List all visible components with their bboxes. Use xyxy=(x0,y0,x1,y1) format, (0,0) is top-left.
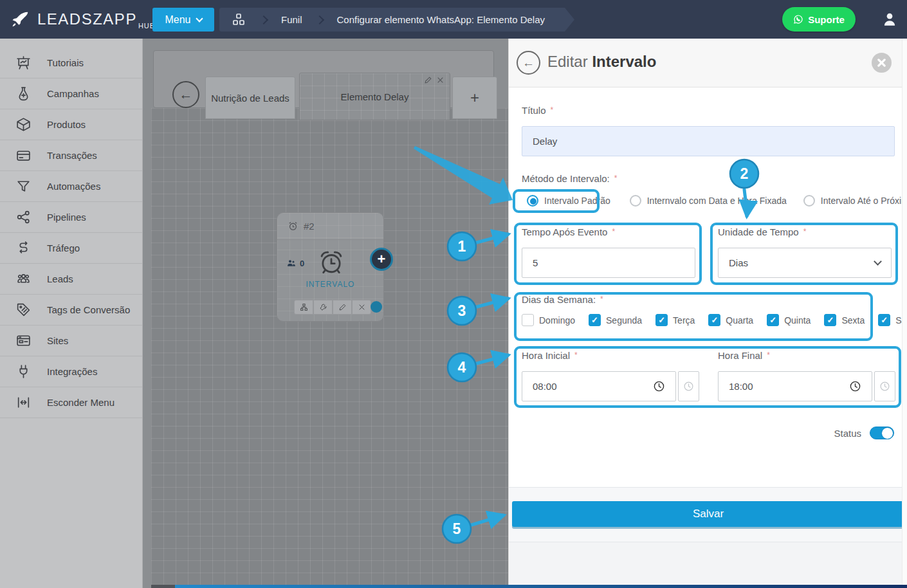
sidebar-item-tags-de-conversao[interactable]: Tags de Conversão xyxy=(0,295,142,326)
tab-nutricao-de-leads[interactable]: Nutrição de Leads xyxy=(205,77,295,119)
route-icon xyxy=(15,240,32,256)
node-add-connection-button[interactable]: + xyxy=(370,248,393,271)
checkbox-domingo[interactable]: Domingo xyxy=(522,314,575,326)
funnel-canvas: ← Nutrição de Leads Elemento Delay + #2 … xyxy=(143,39,508,588)
sidebar-item-label: Tags de Conversão xyxy=(47,304,130,315)
easel-icon xyxy=(15,55,32,71)
checkbox-icon: ✓ xyxy=(655,314,668,326)
user-account-button[interactable] xyxy=(881,11,898,28)
users-icon xyxy=(15,271,32,287)
checkbox-terca[interactable]: ✓Terça xyxy=(655,314,695,326)
clock-icon xyxy=(653,380,665,392)
tab-elemento-delay[interactable]: Elemento Delay xyxy=(299,73,450,120)
users-icon xyxy=(286,258,297,268)
wrench-icon xyxy=(319,303,327,311)
panel-header: ← Editar Intervalo xyxy=(509,39,907,87)
breadcrumb-separator-icon xyxy=(315,15,324,24)
panel-title: Editar Intervalo xyxy=(547,53,656,71)
sidebar-item-tutoriais[interactable]: Tutoriais xyxy=(0,48,142,78)
radio-icon xyxy=(527,195,538,207)
save-button[interactable]: Salvar xyxy=(512,501,904,527)
tab-label: Elemento Delay xyxy=(341,91,409,102)
required-marker: * xyxy=(551,106,554,115)
toggle-knob xyxy=(881,427,893,439)
close-icon[interactable] xyxy=(436,76,444,84)
sidebar-item-integracoes[interactable]: Integrações xyxy=(0,356,142,387)
panel-close-button[interactable] xyxy=(872,53,892,73)
sidebar-item-pipelines[interactable]: Pipelines xyxy=(0,202,142,233)
checkbox-icon: ✓ xyxy=(767,314,779,326)
hora-inicial-input[interactable]: 08:00 xyxy=(522,371,676,401)
sidebar-item-label: Produtos xyxy=(47,119,86,130)
sidebar-item-automacoes[interactable]: Automações xyxy=(0,171,142,202)
required-marker: * xyxy=(600,295,603,304)
sidebar-item-leads[interactable]: Leads xyxy=(0,264,142,295)
support-button[interactable]: Suporte xyxy=(782,7,856,32)
panel-back-button[interactable]: ← xyxy=(517,51,540,75)
user-icon xyxy=(881,11,898,28)
time-value: 18:00 xyxy=(729,381,753,392)
titulo-input[interactable] xyxy=(522,126,895,156)
checkbox-quarta[interactable]: ✓Quarta xyxy=(708,314,753,326)
close-icon xyxy=(358,303,366,311)
breadcrumb-funil[interactable]: Funil xyxy=(270,8,314,32)
node-type-label: INTERVALO xyxy=(277,280,383,289)
hora-final-input[interactable]: 18:00 xyxy=(718,371,872,401)
node-toolbar xyxy=(294,300,371,315)
menu-button[interactable]: Menu xyxy=(152,8,214,32)
checkbox-icon xyxy=(522,314,534,326)
interval-node-card[interactable]: #2 0 INTERVALO xyxy=(277,212,384,322)
status-label: Status xyxy=(834,428,861,439)
add-tab-button[interactable]: + xyxy=(452,77,497,119)
sidebar-item-trafego[interactable]: Tráfego xyxy=(0,233,142,264)
sitemap-icon xyxy=(300,303,308,311)
support-button-label: Suporte xyxy=(808,14,845,25)
plus-icon: + xyxy=(470,89,479,107)
clock-icon xyxy=(849,380,861,392)
sidebar-item-label: Tráfego xyxy=(47,243,80,253)
node-delete-button[interactable] xyxy=(352,300,371,315)
radio-intervalo-proximo-dia[interactable]: Intervalo Até o Próximo Dia Definido xyxy=(803,195,907,207)
arrow-left-icon: ← xyxy=(522,56,535,70)
canvas-grid xyxy=(151,108,508,585)
node-move-button[interactable] xyxy=(294,300,313,315)
sidebar-item-label: Sites xyxy=(47,335,68,346)
alarm-clock-icon xyxy=(318,248,345,278)
sidebar-item-transacoes[interactable]: Transações xyxy=(0,140,142,171)
sidebar-item-sites[interactable]: Sites xyxy=(0,326,142,356)
sidebar-item-label: Esconder Menu xyxy=(47,397,115,408)
chevron-down-icon xyxy=(874,257,882,266)
unidade-de-tempo-select[interactable]: Dias xyxy=(718,248,892,278)
checkbox-quinta[interactable]: ✓Quinta xyxy=(767,314,811,326)
sidebar-item-label: Campanhas xyxy=(47,88,99,99)
breadcrumb-home[interactable] xyxy=(219,8,258,32)
sidebar-item-campanhas[interactable]: Campanhas xyxy=(0,78,142,109)
status-toggle[interactable] xyxy=(870,427,894,439)
node-edit-button[interactable] xyxy=(333,300,352,315)
hora-inicial-picker-button[interactable] xyxy=(678,371,699,401)
radio-intervalo-data-hora-fixada[interactable]: Internvalo com Data e Hora Fixada xyxy=(630,195,787,207)
sidebar-item-esconder-menu[interactable]: Esconder Menu xyxy=(0,387,142,418)
canvas-back-button[interactable]: ← xyxy=(172,81,199,108)
box-icon xyxy=(15,116,32,133)
dias-label: Dias da Semana:* xyxy=(522,294,603,305)
bottom-scrollbar-track[interactable] xyxy=(151,585,175,588)
metodo-label: Método de Intervalo:* xyxy=(522,173,617,184)
tempo-apos-evento-input[interactable] xyxy=(522,248,695,278)
titulo-label: Título* xyxy=(522,105,553,116)
checkbox-icon: ✓ xyxy=(589,314,601,326)
hora-final-picker-button[interactable] xyxy=(874,371,895,401)
radio-intervalo-padrao[interactable]: Intervalo Padrão xyxy=(527,195,610,207)
panel-scrollbar[interactable] xyxy=(902,39,907,588)
sidebar: Tutoriais Campanhas Produtos Transações … xyxy=(0,39,143,588)
node-settings-button[interactable] xyxy=(313,300,333,315)
breadcrumb: Funil Configurar elemento WhatsApp: Elem… xyxy=(219,8,574,32)
checkbox-sexta[interactable]: ✓Sexta xyxy=(824,314,865,326)
checkbox-segunda[interactable]: ✓Segunda xyxy=(589,314,642,326)
plug-icon xyxy=(15,363,32,380)
sidebar-item-produtos[interactable]: Produtos xyxy=(0,109,142,140)
node-header: #2 xyxy=(277,213,383,240)
node-output-port[interactable] xyxy=(371,301,382,313)
edit-pencil-icon[interactable] xyxy=(424,76,432,84)
panel-footer: Salvar xyxy=(509,487,907,542)
